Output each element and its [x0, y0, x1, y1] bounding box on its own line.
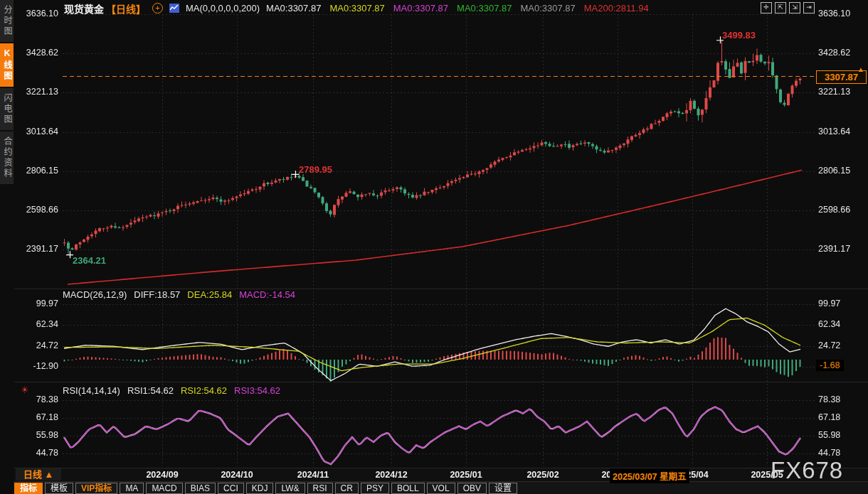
rsi2-value: RSI2:54.62	[181, 385, 227, 396]
toolbar-button-VOL[interactable]: VOL	[427, 483, 455, 494]
axis-label: 44.78	[16, 448, 58, 458]
symbol-name: 现货黄金	[64, 1, 104, 16]
axis-label: 3221.13	[818, 87, 864, 97]
toolbar-button-KDJ[interactable]: KDJ	[246, 483, 274, 494]
axis-label: 3636.10	[818, 9, 864, 18]
axis-label: 55.98	[818, 430, 864, 440]
high-price-annotation: 3499.83	[722, 30, 756, 41]
sidebar-tab-3[interactable]: 合约资料	[0, 131, 14, 184]
axis-label: 3013.64	[818, 127, 864, 136]
sidebar: 分时图K线图闪电图合约资料	[0, 0, 14, 494]
sidebar-tab-1[interactable]: K线图	[0, 43, 14, 87]
macd-diff-value: DIFF:18.57	[134, 289, 180, 300]
axis-label: 2806.15	[818, 166, 864, 176]
axis-label: 99.97	[16, 299, 58, 308]
ma-value-4: MA0:3307.87	[520, 3, 575, 14]
indicator-toolbar: 指标模板VIP指标MAMACDBIASCCIKDJLW&RSICRPSYBOLL…	[0, 481, 868, 494]
fx678-watermark: FX678	[771, 457, 843, 484]
axis-label: -12.90	[16, 361, 58, 371]
date-label: 2025/02	[517, 470, 568, 480]
rsi-title: RSI(14,14,14)	[63, 385, 120, 396]
axis-label: 2391.17	[16, 244, 58, 254]
add-overlay-icon[interactable]: +	[152, 3, 163, 14]
ma-values: MA0:3307.87MA0:3307.87MA0:3307.87MA0:330…	[266, 3, 649, 14]
toolbar-button-OBV[interactable]: OBV	[457, 483, 487, 494]
axis-label: 3013.64	[16, 127, 58, 136]
axis-label: 99.97	[818, 299, 864, 308]
date-label: 2024/10	[211, 470, 263, 480]
toolbar-button-PSY[interactable]: PSY	[361, 483, 389, 494]
ma-value-1: MA0:3307.87	[329, 3, 384, 14]
trading-app-window: 分时图K线图闪电图合约资料 现货黄金 【日线】 + MA(0,0,0,0,0,2…	[0, 0, 868, 494]
date-tooltip: 2025/03/07 星期五	[610, 468, 689, 483]
toolbar-button-MACD[interactable]: MACD	[146, 483, 182, 494]
axis-label: 2806.15	[16, 166, 58, 176]
axis-label: 2391.17	[818, 244, 864, 254]
ma-value-2: MA0:3307.87	[393, 3, 448, 14]
toolbar-button-CR[interactable]: CR	[335, 483, 359, 494]
chart-canvas[interactable]	[0, 0, 868, 494]
macd-current-badge: -1.68	[816, 360, 844, 371]
toolbar-button-CCI[interactable]: CCI	[218, 483, 244, 494]
alarm-icon[interactable]: ☀	[21, 385, 29, 395]
axis-label: 24.72	[818, 340, 864, 350]
axis-label: 24.72	[16, 340, 58, 350]
macd-header: MACD(26,12,9) DIFF:18.57 DEA:25.84 MACD:…	[63, 289, 295, 300]
axis-label: 67.18	[818, 412, 864, 422]
sidebar-tab-2[interactable]: 闪电图	[0, 88, 14, 130]
axis-label: 67.18	[16, 412, 58, 422]
toolbar-button-指标[interactable]: 指标	[14, 483, 43, 494]
toolbar-button-BOLL[interactable]: BOLL	[391, 483, 425, 494]
toolbar-button-MA[interactable]: MA	[120, 483, 144, 494]
axis-label: 2598.66	[16, 205, 58, 215]
sidebar-tab-0[interactable]: 分时图	[0, 0, 14, 42]
date-label: 2024/09	[137, 470, 188, 480]
toolbar-button-LW&[interactable]: LW&	[275, 483, 305, 494]
zoom-in-axis-icon[interactable]: ⇱	[775, 2, 786, 14]
price-arrow-icon: ▲	[857, 65, 864, 73]
axis-label: 62.34	[818, 319, 864, 329]
ma-value-5: MA200:2811.94	[584, 3, 649, 14]
axis-label: 2598.66	[818, 205, 864, 215]
date-label: 2024/12	[366, 470, 417, 480]
ma-group-label: MA(0,0,0,0,0,200)	[186, 3, 260, 14]
toolbar-button-模板[interactable]: 模板	[45, 483, 73, 494]
zoom-out-axis-icon[interactable]: ⇲	[789, 2, 800, 14]
low-price-annotation: 2364.21	[73, 255, 106, 266]
axis-label: 55.98	[16, 430, 58, 440]
toolbar-button-设置[interactable]: 设置	[489, 483, 517, 494]
toolbar-button-BIAS[interactable]: BIAS	[185, 483, 216, 494]
axis-label: 78.38	[818, 394, 864, 404]
axis-label: 62.34	[16, 319, 58, 329]
axis-label: 3428.62	[16, 48, 58, 58]
rsi1-value: RSI1:54.62	[127, 385, 174, 396]
crosshair-icon[interactable]: ✛	[761, 2, 772, 14]
date-label: 2025/01	[440, 470, 492, 480]
axis-label: 3636.10	[16, 9, 58, 18]
macd-title: MACD(26,12,9)	[63, 289, 127, 300]
toolbar-button-VIP指标[interactable]: VIP指标	[75, 483, 117, 494]
macd-dea-value: DEA:25.84	[187, 289, 232, 300]
oct-high-annotation: 2789.95	[299, 164, 332, 175]
macd-value: MACD:-14.54	[239, 289, 295, 300]
toolbar-button-RSI[interactable]: RSI	[307, 483, 333, 494]
header-toolbar: ✛⇱⇲⇥	[761, 2, 815, 14]
axis-label: 3428.62	[818, 48, 864, 58]
ma-value-0: MA0:3307.87	[266, 3, 321, 14]
axis-label: 78.38	[16, 394, 58, 404]
pan-right-icon[interactable]: ⇥	[803, 2, 815, 14]
chart-type-icon[interactable]	[169, 4, 179, 13]
rsi-header: RSI(14,14,14) RSI1:54.62 RSI2:54.62 RSI3…	[63, 385, 280, 396]
axis-label: 44.78	[818, 448, 864, 458]
ma-value-3: MA0:3307.87	[457, 3, 512, 14]
axis-label: 3221.13	[16, 87, 58, 97]
date-label: 2024/11	[287, 470, 339, 480]
chart-header: 现货黄金 【日线】 + MA(0,0,0,0,0,200) MA0:3307.8…	[64, 2, 649, 14]
period-tag: 【日线】	[106, 1, 146, 16]
rsi3-value: RSI3:54.62	[234, 385, 280, 396]
period-selector[interactable]: 日线 ▲	[16, 468, 61, 480]
